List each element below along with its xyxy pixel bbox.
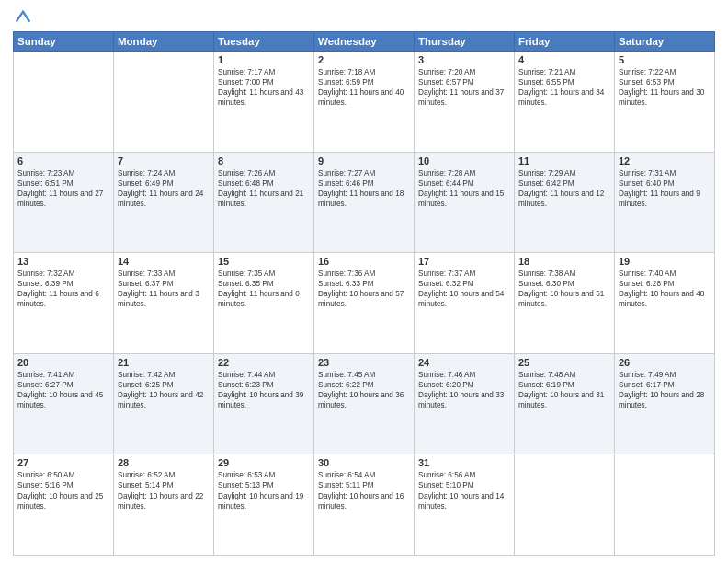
header xyxy=(13,9,715,26)
calendar-cell: 6Sunrise: 7:23 AMSunset: 6:51 PMDaylight… xyxy=(14,152,114,253)
day-number: 16 xyxy=(318,256,410,267)
logo-icon xyxy=(15,9,31,26)
calendar-cell: 19Sunrise: 7:40 AMSunset: 6:28 PMDayligh… xyxy=(615,253,715,354)
calendar-cell: 17Sunrise: 7:37 AMSunset: 6:32 PMDayligh… xyxy=(415,253,515,354)
calendar-cell: 4Sunrise: 7:21 AMSunset: 6:55 PMDaylight… xyxy=(515,52,615,153)
day-number: 27 xyxy=(17,457,109,468)
weekday-header-friday: Friday xyxy=(515,32,615,52)
calendar-cell: 13Sunrise: 7:32 AMSunset: 6:39 PMDayligh… xyxy=(14,253,114,354)
cell-content: Sunrise: 7:42 AMSunset: 6:25 PMDaylight:… xyxy=(118,371,203,409)
calendar-cell: 3Sunrise: 7:20 AMSunset: 6:57 PMDaylight… xyxy=(415,52,515,153)
calendar-cell: 30Sunrise: 6:54 AMSunset: 5:11 PMDayligh… xyxy=(314,454,415,556)
cell-content: Sunrise: 6:56 AMSunset: 5:10 PMDaylight:… xyxy=(418,471,504,510)
day-number: 13 xyxy=(17,256,109,267)
calendar-cell: 12Sunrise: 7:31 AMSunset: 6:40 PMDayligh… xyxy=(615,152,715,253)
calendar-cell: 11Sunrise: 7:29 AMSunset: 6:42 PMDayligh… xyxy=(515,152,615,253)
cell-content: Sunrise: 7:21 AMSunset: 6:55 PMDaylight:… xyxy=(518,68,604,107)
cell-content: Sunrise: 7:46 AMSunset: 6:20 PMDaylight:… xyxy=(418,371,504,409)
calendar-cell: 25Sunrise: 7:48 AMSunset: 6:19 PMDayligh… xyxy=(515,353,615,454)
page: SundayMondayTuesdayWednesdayThursdayFrid… xyxy=(0,0,728,563)
weekday-header-tuesday: Tuesday xyxy=(214,32,314,52)
day-number: 1 xyxy=(218,54,310,65)
day-number: 2 xyxy=(318,54,410,65)
cell-content: Sunrise: 7:36 AMSunset: 6:33 PMDaylight:… xyxy=(318,270,404,308)
calendar-cell: 8Sunrise: 7:26 AMSunset: 6:48 PMDaylight… xyxy=(214,152,314,253)
day-number: 9 xyxy=(318,155,410,167)
calendar-week-row: 20Sunrise: 7:41 AMSunset: 6:27 PMDayligh… xyxy=(14,353,715,454)
cell-content: Sunrise: 7:41 AMSunset: 6:27 PMDaylight:… xyxy=(17,371,103,409)
calendar-cell: 18Sunrise: 7:38 AMSunset: 6:30 PMDayligh… xyxy=(515,253,615,354)
day-number: 5 xyxy=(619,54,711,65)
cell-content: Sunrise: 7:32 AMSunset: 6:39 PMDaylight:… xyxy=(17,270,99,308)
cell-content: Sunrise: 7:49 AMSunset: 6:17 PMDaylight:… xyxy=(619,371,704,409)
calendar-cell: 14Sunrise: 7:33 AMSunset: 6:37 PMDayligh… xyxy=(114,253,214,354)
calendar-cell xyxy=(515,454,615,556)
day-number: 6 xyxy=(17,155,109,167)
cell-content: Sunrise: 7:31 AMSunset: 6:40 PMDaylight:… xyxy=(619,169,700,208)
cell-content: Sunrise: 6:50 AMSunset: 5:16 PMDaylight:… xyxy=(17,471,103,510)
day-number: 21 xyxy=(118,357,210,368)
cell-content: Sunrise: 7:38 AMSunset: 6:30 PMDaylight:… xyxy=(518,270,604,308)
day-number: 7 xyxy=(118,155,210,167)
calendar-cell xyxy=(615,454,715,556)
calendar-cell: 24Sunrise: 7:46 AMSunset: 6:20 PMDayligh… xyxy=(415,353,515,454)
calendar-cell: 2Sunrise: 7:18 AMSunset: 6:59 PMDaylight… xyxy=(314,52,415,153)
cell-content: Sunrise: 7:28 AMSunset: 6:44 PMDaylight:… xyxy=(418,169,504,208)
cell-content: Sunrise: 7:26 AMSunset: 6:48 PMDaylight:… xyxy=(218,169,303,208)
day-number: 12 xyxy=(619,155,711,167)
calendar-table: SundayMondayTuesdayWednesdayThursdayFrid… xyxy=(13,31,715,556)
day-number: 22 xyxy=(218,357,310,368)
day-number: 28 xyxy=(118,457,210,468)
day-number: 3 xyxy=(418,54,510,65)
weekday-header-sunday: Sunday xyxy=(14,32,114,52)
calendar-cell: 29Sunrise: 6:53 AMSunset: 5:13 PMDayligh… xyxy=(214,454,314,556)
cell-content: Sunrise: 7:20 AMSunset: 6:57 PMDaylight:… xyxy=(418,68,504,107)
cell-content: Sunrise: 7:18 AMSunset: 6:59 PMDaylight:… xyxy=(318,68,404,107)
weekday-header-thursday: Thursday xyxy=(415,32,515,52)
day-number: 17 xyxy=(418,256,510,267)
logo-area xyxy=(13,9,31,26)
cell-content: Sunrise: 7:37 AMSunset: 6:32 PMDaylight:… xyxy=(418,270,504,308)
day-number: 24 xyxy=(418,357,510,368)
calendar-cell: 10Sunrise: 7:28 AMSunset: 6:44 PMDayligh… xyxy=(415,152,515,253)
weekday-header-row: SundayMondayTuesdayWednesdayThursdayFrid… xyxy=(14,32,715,52)
cell-content: Sunrise: 7:44 AMSunset: 6:23 PMDaylight:… xyxy=(218,371,303,409)
calendar-cell: 5Sunrise: 7:22 AMSunset: 6:53 PMDaylight… xyxy=(615,52,715,153)
cell-content: Sunrise: 7:45 AMSunset: 6:22 PMDaylight:… xyxy=(318,371,404,409)
calendar-cell: 23Sunrise: 7:45 AMSunset: 6:22 PMDayligh… xyxy=(314,353,415,454)
calendar-cell: 7Sunrise: 7:24 AMSunset: 6:49 PMDaylight… xyxy=(114,152,214,253)
day-number: 31 xyxy=(418,457,510,468)
calendar-week-row: 27Sunrise: 6:50 AMSunset: 5:16 PMDayligh… xyxy=(14,454,715,556)
cell-content: Sunrise: 7:24 AMSunset: 6:49 PMDaylight:… xyxy=(118,169,203,208)
cell-content: Sunrise: 7:35 AMSunset: 6:35 PMDaylight:… xyxy=(218,270,300,308)
day-number: 14 xyxy=(118,256,210,267)
logo-text xyxy=(13,9,31,26)
calendar-week-row: 1Sunrise: 7:17 AMSunset: 7:00 PMDaylight… xyxy=(14,52,715,153)
cell-content: Sunrise: 7:23 AMSunset: 6:51 PMDaylight:… xyxy=(17,169,103,208)
cell-content: Sunrise: 7:17 AMSunset: 7:00 PMDaylight:… xyxy=(218,68,303,107)
calendar-cell: 28Sunrise: 6:52 AMSunset: 5:14 PMDayligh… xyxy=(114,454,214,556)
cell-content: Sunrise: 7:40 AMSunset: 6:28 PMDaylight:… xyxy=(619,270,704,308)
day-number: 25 xyxy=(518,357,610,368)
calendar-cell: 1Sunrise: 7:17 AMSunset: 7:00 PMDaylight… xyxy=(214,52,314,153)
calendar-cell: 27Sunrise: 6:50 AMSunset: 5:16 PMDayligh… xyxy=(14,454,114,556)
day-number: 4 xyxy=(518,54,610,65)
cell-content: Sunrise: 6:54 AMSunset: 5:11 PMDaylight:… xyxy=(318,471,404,510)
calendar-cell: 31Sunrise: 6:56 AMSunset: 5:10 PMDayligh… xyxy=(415,454,515,556)
calendar-cell: 15Sunrise: 7:35 AMSunset: 6:35 PMDayligh… xyxy=(214,253,314,354)
weekday-header-monday: Monday xyxy=(114,32,214,52)
cell-content: Sunrise: 7:48 AMSunset: 6:19 PMDaylight:… xyxy=(518,371,604,409)
calendar-week-row: 13Sunrise: 7:32 AMSunset: 6:39 PMDayligh… xyxy=(14,253,715,354)
calendar-cell: 22Sunrise: 7:44 AMSunset: 6:23 PMDayligh… xyxy=(214,353,314,454)
cell-content: Sunrise: 7:33 AMSunset: 6:37 PMDaylight:… xyxy=(118,270,199,308)
day-number: 23 xyxy=(318,357,410,368)
calendar-cell xyxy=(14,52,114,153)
calendar-cell: 16Sunrise: 7:36 AMSunset: 6:33 PMDayligh… xyxy=(314,253,415,354)
day-number: 11 xyxy=(518,155,610,167)
day-number: 10 xyxy=(418,155,510,167)
calendar-cell: 21Sunrise: 7:42 AMSunset: 6:25 PMDayligh… xyxy=(114,353,214,454)
day-number: 20 xyxy=(17,357,109,368)
day-number: 26 xyxy=(619,357,711,368)
day-number: 30 xyxy=(318,457,410,468)
day-number: 29 xyxy=(218,457,310,468)
